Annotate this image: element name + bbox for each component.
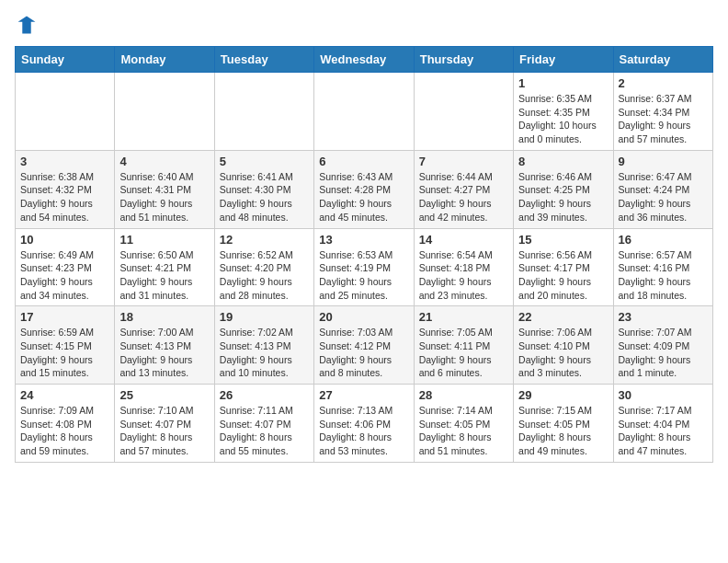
calendar-cell: 22Sunrise: 7:06 AMSunset: 4:10 PMDayligh…	[514, 306, 613, 385]
col-header-monday: Monday	[115, 47, 214, 73]
day-number: 30	[619, 388, 708, 402]
calendar-cell: 8Sunrise: 6:46 AMSunset: 4:25 PMDaylight…	[514, 150, 613, 228]
day-info: Sunrise: 7:00 AMSunset: 4:13 PMDaylight:…	[119, 326, 209, 380]
day-number: 13	[319, 233, 408, 247]
day-info: Sunrise: 6:56 AMSunset: 4:17 PMDaylight:…	[518, 248, 608, 303]
day-number: 26	[220, 388, 309, 402]
calendar-week-row: 1Sunrise: 6:35 AMSunset: 4:35 PMDaylight…	[16, 73, 713, 151]
logo	[15, 15, 37, 37]
calendar-cell	[16, 73, 115, 151]
calendar-cell: 9Sunrise: 6:47 AMSunset: 4:24 PMDaylight…	[613, 150, 712, 228]
day-number: 8	[518, 155, 608, 168]
day-number: 27	[319, 388, 408, 402]
day-info: Sunrise: 6:47 AMSunset: 4:24 PMDaylight:…	[619, 170, 708, 224]
day-number: 25	[119, 388, 209, 402]
header	[15, 15, 713, 37]
day-info: Sunrise: 6:54 AMSunset: 4:18 PMDaylight:…	[419, 248, 508, 303]
day-info: Sunrise: 7:05 AMSunset: 4:11 PMDaylight:…	[419, 326, 508, 380]
calendar-cell: 12Sunrise: 6:52 AMSunset: 4:20 PMDayligh…	[214, 228, 313, 306]
day-info: Sunrise: 7:13 AMSunset: 4:06 PMDaylight:…	[319, 404, 408, 458]
day-info: Sunrise: 7:15 AMSunset: 4:05 PMDaylight:…	[518, 404, 608, 458]
calendar-cell	[115, 73, 214, 151]
calendar-cell: 2Sunrise: 6:37 AMSunset: 4:34 PMDaylight…	[613, 73, 712, 151]
col-header-thursday: Thursday	[414, 47, 513, 73]
day-info: Sunrise: 7:17 AMSunset: 4:04 PMDaylight:…	[619, 404, 708, 458]
day-number: 9	[619, 155, 708, 168]
calendar-cell: 14Sunrise: 6:54 AMSunset: 4:18 PMDayligh…	[414, 228, 513, 306]
calendar-cell: 1Sunrise: 6:35 AMSunset: 4:35 PMDaylight…	[514, 73, 613, 151]
day-info: Sunrise: 6:49 AMSunset: 4:23 PMDaylight:…	[20, 248, 109, 303]
calendar-cell: 19Sunrise: 7:02 AMSunset: 4:13 PMDayligh…	[214, 306, 313, 385]
calendar-cell	[414, 73, 513, 151]
calendar-cell: 18Sunrise: 7:00 AMSunset: 4:13 PMDayligh…	[115, 306, 214, 385]
day-number: 4	[119, 155, 209, 168]
calendar-week-row: 24Sunrise: 7:09 AMSunset: 4:08 PMDayligh…	[16, 385, 713, 463]
day-info: Sunrise: 6:38 AMSunset: 4:32 PMDaylight:…	[20, 170, 109, 224]
day-info: Sunrise: 7:07 AMSunset: 4:09 PMDaylight:…	[619, 326, 708, 380]
day-info: Sunrise: 7:02 AMSunset: 4:13 PMDaylight:…	[220, 326, 309, 380]
day-number: 7	[419, 155, 508, 168]
day-info: Sunrise: 6:52 AMSunset: 4:20 PMDaylight:…	[220, 248, 309, 303]
day-number: 12	[220, 233, 309, 247]
day-info: Sunrise: 6:46 AMSunset: 4:25 PMDaylight:…	[518, 170, 608, 224]
day-number: 11	[119, 233, 209, 247]
day-info: Sunrise: 7:06 AMSunset: 4:10 PMDaylight:…	[518, 326, 608, 380]
logo-icon	[17, 15, 37, 35]
calendar-cell: 13Sunrise: 6:53 AMSunset: 4:19 PMDayligh…	[314, 228, 414, 306]
calendar-cell: 17Sunrise: 6:59 AMSunset: 4:15 PMDayligh…	[16, 306, 115, 385]
day-info: Sunrise: 6:57 AMSunset: 4:16 PMDaylight:…	[619, 248, 708, 303]
day-info: Sunrise: 7:14 AMSunset: 4:05 PMDaylight:…	[419, 404, 508, 458]
calendar-cell: 21Sunrise: 7:05 AMSunset: 4:11 PMDayligh…	[414, 306, 513, 385]
day-number: 14	[419, 233, 508, 247]
calendar-cell: 10Sunrise: 6:49 AMSunset: 4:23 PMDayligh…	[16, 228, 115, 306]
day-number: 21	[419, 310, 508, 324]
day-info: Sunrise: 6:50 AMSunset: 4:21 PMDaylight:…	[119, 248, 209, 303]
day-number: 18	[119, 310, 209, 324]
calendar-cell: 5Sunrise: 6:41 AMSunset: 4:30 PMDaylight…	[214, 150, 313, 228]
day-info: Sunrise: 7:09 AMSunset: 4:08 PMDaylight:…	[20, 404, 109, 458]
calendar-week-row: 17Sunrise: 6:59 AMSunset: 4:15 PMDayligh…	[16, 306, 713, 385]
calendar-cell: 3Sunrise: 6:38 AMSunset: 4:32 PMDaylight…	[16, 150, 115, 228]
day-number: 2	[619, 76, 708, 90]
day-number: 29	[518, 388, 608, 402]
page: SundayMondayTuesdayWednesdayThursdayFrid…	[0, 0, 728, 472]
day-number: 10	[20, 233, 109, 247]
calendar-week-row: 3Sunrise: 6:38 AMSunset: 4:32 PMDaylight…	[16, 150, 713, 228]
calendar-week-row: 10Sunrise: 6:49 AMSunset: 4:23 PMDayligh…	[16, 228, 713, 306]
day-info: Sunrise: 6:35 AMSunset: 4:35 PMDaylight:…	[518, 92, 608, 146]
day-info: Sunrise: 6:44 AMSunset: 4:27 PMDaylight:…	[419, 170, 508, 224]
day-number: 5	[220, 155, 309, 168]
calendar-cell: 6Sunrise: 6:43 AMSunset: 4:28 PMDaylight…	[314, 150, 414, 228]
col-header-friday: Friday	[514, 47, 613, 73]
day-info: Sunrise: 6:37 AMSunset: 4:34 PMDaylight:…	[619, 92, 708, 146]
calendar-cell: 7Sunrise: 6:44 AMSunset: 4:27 PMDaylight…	[414, 150, 513, 228]
col-header-wednesday: Wednesday	[314, 47, 414, 73]
day-info: Sunrise: 6:40 AMSunset: 4:31 PMDaylight:…	[119, 170, 209, 224]
day-number: 23	[619, 310, 708, 324]
day-number: 15	[518, 233, 608, 247]
calendar-cell	[314, 73, 414, 151]
day-info: Sunrise: 7:10 AMSunset: 4:07 PMDaylight:…	[119, 404, 209, 458]
calendar-cell: 15Sunrise: 6:56 AMSunset: 4:17 PMDayligh…	[514, 228, 613, 306]
col-header-saturday: Saturday	[613, 47, 712, 73]
day-number: 17	[20, 310, 109, 324]
day-number: 19	[220, 310, 309, 324]
day-info: Sunrise: 6:43 AMSunset: 4:28 PMDaylight:…	[319, 170, 408, 224]
calendar-cell: 29Sunrise: 7:15 AMSunset: 4:05 PMDayligh…	[514, 385, 613, 463]
day-info: Sunrise: 7:03 AMSunset: 4:12 PMDaylight:…	[319, 326, 408, 380]
day-number: 16	[619, 233, 708, 247]
day-number: 22	[518, 310, 608, 324]
calendar-cell: 23Sunrise: 7:07 AMSunset: 4:09 PMDayligh…	[613, 306, 712, 385]
svg-marker-0	[18, 17, 36, 34]
day-number: 1	[518, 76, 608, 90]
col-header-tuesday: Tuesday	[214, 47, 313, 73]
calendar-cell: 26Sunrise: 7:11 AMSunset: 4:07 PMDayligh…	[214, 385, 313, 463]
calendar-table: SundayMondayTuesdayWednesdayThursdayFrid…	[15, 46, 713, 463]
calendar-cell: 30Sunrise: 7:17 AMSunset: 4:04 PMDayligh…	[613, 385, 712, 463]
calendar-cell: 20Sunrise: 7:03 AMSunset: 4:12 PMDayligh…	[314, 306, 414, 385]
day-info: Sunrise: 6:41 AMSunset: 4:30 PMDaylight:…	[220, 170, 309, 224]
calendar-cell: 4Sunrise: 6:40 AMSunset: 4:31 PMDaylight…	[115, 150, 214, 228]
day-number: 28	[419, 388, 508, 402]
day-number: 6	[319, 155, 408, 168]
col-header-sunday: Sunday	[16, 47, 115, 73]
